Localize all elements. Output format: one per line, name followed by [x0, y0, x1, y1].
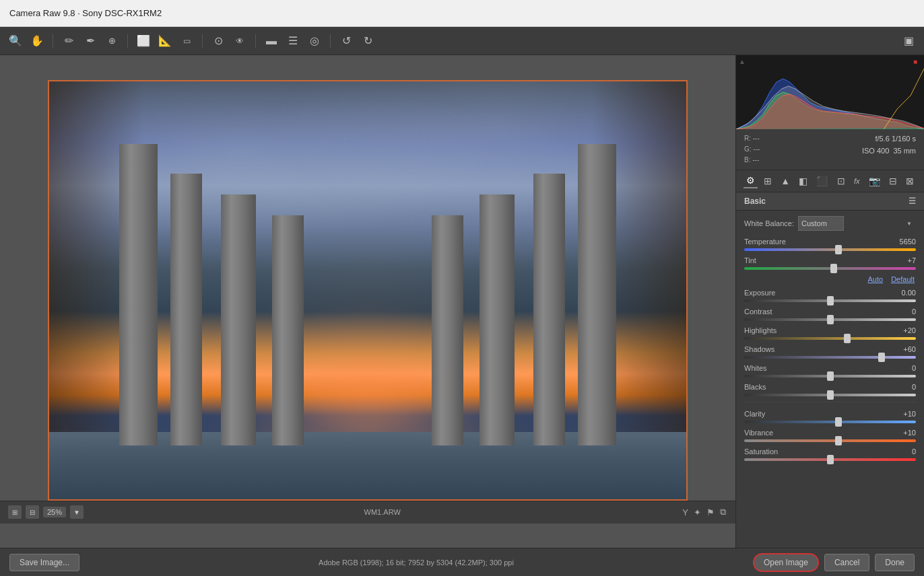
photo-canvas — [48, 80, 688, 501]
done-button[interactable]: Done — [875, 554, 915, 571]
tint-label: Tint — [744, 256, 798, 264]
saturation-slider[interactable] — [744, 458, 916, 461]
zoom-dropdown[interactable]: ▼ — [70, 505, 84, 519]
r-label: R: — [744, 135, 751, 142]
tint-slider[interactable] — [744, 267, 916, 270]
clarity-label: Clarity — [744, 410, 798, 418]
shadows-slider[interactable] — [744, 356, 916, 359]
highlights-label: Highlights — [744, 326, 798, 334]
blacks-slider[interactable] — [744, 394, 916, 396]
shadows-control: Shadows +60 — [744, 345, 916, 359]
highlights-control: Highlights +20 — [744, 326, 916, 340]
clarity-control: Clarity +10 — [744, 410, 916, 423]
wb-select[interactable]: Custom As Shot Auto Daylight Cloudy Shad… — [798, 216, 844, 231]
separator-2 — [127, 34, 128, 48]
canvas-status-bar: ⊞ ⊟ 25% ▼ WM1.ARW Y ✦ ⚑ ⧉ — [0, 501, 735, 524]
spot-removal-tool[interactable]: ⊙ — [209, 32, 227, 50]
camera-calibration-icon[interactable]: 📷 — [866, 174, 883, 188]
transform-tool[interactable]: ▭ — [178, 32, 195, 50]
shadows-value: +60 — [889, 345, 916, 353]
radial-filter-tool[interactable]: ◎ — [306, 32, 323, 50]
cancel-button[interactable]: Cancel — [824, 554, 869, 571]
hand-tool[interactable]: ✋ — [28, 32, 46, 50]
snapshots-icon[interactable]: ⊠ — [903, 174, 917, 188]
star-btn[interactable]: ✦ — [692, 506, 702, 519]
redeye-tool[interactable]: 👁 — [231, 32, 249, 50]
b-label: B: — [744, 156, 750, 164]
temperature-slider[interactable] — [744, 248, 916, 251]
flag-btn[interactable]: ⚑ — [705, 506, 716, 519]
vibrance-control: Vibrance +10 — [744, 429, 916, 442]
exposure-value: 0.00 — [889, 289, 916, 297]
basic-panel-title: Basic — [744, 196, 766, 206]
bottom-action-bar: Save Image... Adobe RGB (1998); 16 bit; … — [0, 548, 924, 576]
tone-curve-icon[interactable]: ⊞ — [761, 174, 774, 188]
detail-icon[interactable]: ▲ — [778, 174, 793, 188]
auto-link[interactable]: Auto — [868, 275, 884, 283]
wb-label: White Balance: — [744, 219, 798, 227]
focal: 35 mm — [893, 147, 916, 155]
file-info: Adobe RGB (1998); 16 bit; 7952 by 5304 (… — [319, 559, 514, 567]
target-adjustment-tool[interactable]: ⊕ — [103, 32, 121, 50]
crop-tool[interactable]: ⬜ — [135, 32, 152, 50]
redo-tool[interactable]: ↻ — [359, 32, 376, 50]
color-sampler-tool[interactable]: ✒ — [81, 32, 99, 50]
default-link[interactable]: Default — [891, 275, 915, 283]
clarity-value: +10 — [889, 410, 916, 418]
contrast-label: Contrast — [744, 308, 798, 316]
basic-panel-icon[interactable]: ⚙ — [744, 174, 758, 188]
blacks-value: 0 — [889, 383, 916, 391]
temperature-label: Temperature — [744, 238, 798, 246]
lens-corrections-icon[interactable]: ⊡ — [834, 174, 848, 188]
exposure-slider[interactable] — [744, 299, 916, 302]
camera-info: R: --- G: --- B: --- f/5.6 1/160 s ISO 4… — [736, 129, 924, 170]
blacks-control: Blacks 0 — [744, 383, 916, 396]
exposure-label: Exposure — [744, 289, 798, 297]
b-value: --- — [752, 156, 759, 164]
white-balance-tool[interactable]: ✏ — [60, 32, 77, 50]
vibrance-slider[interactable] — [744, 439, 916, 442]
adjustment-brush-tool[interactable]: ▬ — [263, 32, 280, 50]
contrast-value: 0 — [889, 308, 916, 316]
temperature-value: 5650 — [889, 238, 916, 246]
zoom-tool[interactable]: 🔍 — [7, 32, 24, 50]
effects-icon[interactable]: fx — [851, 176, 863, 186]
filename: WM1.ARW — [364, 508, 401, 516]
hist-tr-indicator[interactable]: ■ — [913, 58, 921, 66]
g-label: G: — [744, 145, 752, 153]
separator-5 — [330, 34, 331, 48]
iso: ISO 400 — [862, 147, 889, 155]
saturation-control: Saturation 0 — [744, 447, 916, 461]
hsl-icon[interactable]: ◧ — [796, 174, 810, 188]
highlights-value: +20 — [889, 326, 916, 334]
sliders-btn[interactable]: ⧉ — [719, 505, 727, 519]
clarity-slider[interactable] — [744, 421, 916, 423]
canvas-icon-left[interactable]: ⊞ — [8, 505, 22, 519]
canvas-icon-right[interactable]: ⊟ — [26, 505, 39, 519]
separator-4 — [255, 34, 256, 48]
graduated-filter-tool[interactable]: ☰ — [284, 32, 302, 50]
straighten-tool[interactable]: 📐 — [156, 32, 174, 50]
vibrance-label: Vibrance — [744, 429, 798, 437]
white-balance-row: White Balance: Custom As Shot Auto Dayli… — [744, 216, 916, 231]
whites-label: Whites — [744, 364, 798, 372]
hist-tl-indicator[interactable]: ▲ — [739, 58, 747, 66]
presets-icon[interactable]: ⊟ — [886, 174, 900, 188]
save-image-button[interactable]: Save Image... — [9, 554, 79, 571]
separator-1 — [53, 34, 53, 48]
undo-tool[interactable]: ↺ — [337, 32, 355, 50]
filmstrip-toggle[interactable]: ▣ — [900, 32, 917, 50]
shadows-label: Shadows — [744, 345, 798, 353]
y-tool-btn[interactable]: Y — [681, 506, 690, 519]
open-image-button[interactable]: Open Image — [753, 553, 819, 572]
tint-value: +7 — [889, 256, 916, 264]
contrast-slider[interactable] — [744, 318, 916, 321]
highlights-slider[interactable] — [744, 337, 916, 340]
zoom-level[interactable]: 25% — [43, 507, 66, 517]
split-toning-icon[interactable]: ⬛ — [814, 174, 830, 188]
aperture: f/5.6 — [875, 135, 889, 143]
whites-slider[interactable] — [744, 375, 916, 377]
blacks-label: Blacks — [744, 383, 798, 391]
app-title: Camera Raw 9.8 · Sony DSC-RX1RM2 — [9, 8, 162, 18]
basic-panel-menu[interactable]: ☰ — [909, 196, 916, 206]
